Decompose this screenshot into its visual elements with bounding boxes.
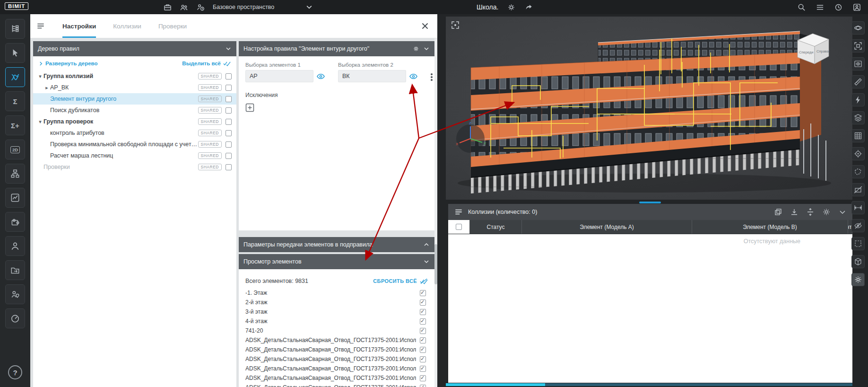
- column-header[interactable]: Элемент (Модель А): [522, 220, 692, 234]
- quick-actions-tool-icon[interactable]: [851, 93, 865, 106]
- panel-scrollbar[interactable]: [434, 38, 437, 387]
- collapse-panel-icon[interactable]: [838, 208, 847, 216]
- element-row[interactable]: ADSK_ДетальСтальнаяСварная_Отвод_ГОСТ173…: [245, 383, 428, 387]
- copy-icon[interactable]: [774, 208, 782, 216]
- tree-expand-icon[interactable]: [37, 73, 43, 79]
- tree-item[interactable]: Группа проверок SHARED: [33, 116, 236, 127]
- element-checkbox[interactable]: [420, 366, 426, 372]
- element-row[interactable]: ADSK_ДетальСтальнаяСварная_Отвод_ГОСТ173…: [245, 354, 428, 364]
- import-icon[interactable]: [790, 208, 799, 216]
- align-center-icon[interactable]: [806, 208, 815, 216]
- tree-item[interactable]: Проверки SHARED: [33, 161, 236, 173]
- element-row[interactable]: 2-й этаж: [245, 298, 428, 307]
- tree-item-checkbox[interactable]: [226, 96, 232, 102]
- tree-item[interactable]: Элемент внтури другого SHARED: [33, 93, 236, 105]
- settings-gear-icon[interactable]: [822, 208, 831, 216]
- fit-view-tool-icon[interactable]: [851, 39, 865, 53]
- hide-tool-icon[interactable]: [851, 219, 865, 232]
- rule-gear-icon[interactable]: [413, 45, 419, 52]
- 2d-view-icon[interactable]: 2D: [5, 140, 25, 159]
- element-row[interactable]: -1. Этаж: [245, 288, 428, 298]
- element-checkbox[interactable]: [420, 290, 426, 296]
- element-row[interactable]: 3-й этаж: [245, 307, 428, 317]
- element-checkbox[interactable]: [420, 309, 426, 315]
- share-icon[interactable]: [524, 3, 533, 12]
- element-checkbox[interactable]: [420, 347, 426, 353]
- eye-icon[interactable]: [409, 72, 418, 80]
- tab[interactable]: Коллизии: [113, 14, 141, 38]
- plugins-tool-icon[interactable]: [5, 212, 25, 232]
- tree-item[interactable]: контроль атрибутов SHARED: [33, 127, 236, 139]
- add-exclusion-button[interactable]: [245, 103, 254, 112]
- selection1-input[interactable]: [245, 70, 313, 82]
- bottom-scrollbar[interactable]: [446, 383, 852, 386]
- kebab-menu-icon[interactable]: [431, 71, 433, 83]
- element-checkbox[interactable]: [420, 337, 426, 343]
- dashboard-tool-icon[interactable]: [5, 308, 25, 328]
- sum-tool-icon[interactable]: Σ: [5, 91, 25, 111]
- collisions-menu-icon[interactable]: [454, 207, 463, 217]
- element-row[interactable]: ADSK_ДетальСтальнаяСварная_Отвод_ГОСТ173…: [245, 345, 428, 354]
- profile-icon[interactable]: [852, 3, 861, 12]
- column-header[interactable]: Статус: [470, 220, 522, 234]
- element-row[interactable]: 741-20: [245, 326, 428, 335]
- tree-item-checkbox[interactable]: [226, 164, 232, 170]
- select-all-link[interactable]: Выделить всё: [182, 61, 231, 66]
- dimension-tool-icon[interactable]: [851, 201, 865, 214]
- model-cube-tool-icon[interactable]: [851, 255, 865, 268]
- grid-tool-icon[interactable]: [851, 129, 865, 142]
- panel-menu-icon[interactable]: [36, 21, 45, 31]
- tree-item-checkbox[interactable]: [226, 153, 232, 159]
- select-tool-icon[interactable]: [5, 43, 25, 63]
- element-row[interactable]: 4-й этаж: [245, 317, 428, 326]
- element-checkbox[interactable]: [420, 299, 426, 306]
- projects-icon[interactable]: [163, 3, 172, 12]
- view-cube[interactable]: Спереди Справа: [793, 29, 833, 67]
- element-row[interactable]: ADSK_ДетальСтальнаяСварная_Отвод_ГОСТ173…: [245, 335, 428, 345]
- tree-item-checkbox[interactable]: [226, 141, 232, 148]
- workspace-selector[interactable]: Базовое пространство: [213, 0, 312, 14]
- tree-expand-icon[interactable]: [37, 119, 43, 125]
- user-location-tool-icon[interactable]: [5, 284, 25, 304]
- tab[interactable]: Проверки: [158, 14, 187, 38]
- visibility-tool-icon[interactable]: [851, 57, 865, 70]
- locate-tool-icon[interactable]: [851, 147, 865, 160]
- viewer-settings-tool-icon[interactable]: [851, 273, 865, 286]
- reset-all-link[interactable]: СБРОСИТЬ ВСЁ: [373, 278, 428, 284]
- rules-tree-icon[interactable]: [5, 19, 25, 39]
- element-row[interactable]: ADSK_ДетальСтальнаяСварная_Отвод_ГОСТ173…: [245, 373, 428, 383]
- element-checkbox[interactable]: [420, 375, 426, 381]
- bottom-scrollbar-thumb[interactable]: [446, 383, 545, 386]
- orbit-tool-icon[interactable]: [851, 21, 865, 35]
- selection2-input[interactable]: [338, 70, 406, 82]
- marquee-tool-icon[interactable]: [851, 237, 865, 250]
- model-viewport[interactable]: X Y Z Спереди Справа: [446, 17, 852, 200]
- measure-tool-icon[interactable]: [851, 75, 865, 88]
- menu-list-icon[interactable]: [816, 3, 825, 12]
- structure-tool-icon[interactable]: [5, 164, 25, 184]
- users-tool-icon[interactable]: [5, 236, 25, 256]
- column-header[interactable]: Элемент (Модель B): [692, 220, 848, 234]
- element-checkbox[interactable]: [420, 328, 426, 334]
- tree-expand-icon[interactable]: [43, 85, 50, 91]
- search-icon[interactable]: [797, 3, 806, 12]
- tree-item[interactable]: Проверка минимальной свободной площади с…: [33, 139, 236, 150]
- tree-item[interactable]: Группа коллизий SHARED: [33, 70, 236, 82]
- history-icon[interactable]: [834, 3, 843, 12]
- tree-item-checkbox[interactable]: [226, 119, 232, 125]
- element-row[interactable]: ADSK_ДетальСтальнаяСварная_Отвод_ГОСТ173…: [245, 364, 428, 373]
- subrule-params-header[interactable]: Параметры передачи элементов в подправил…: [239, 237, 434, 252]
- element-preview-header[interactable]: Просмотр элементов: [239, 254, 434, 269]
- tree-item-checkbox[interactable]: [226, 130, 232, 136]
- tree-item[interactable]: АР_ВК SHARED: [33, 82, 236, 93]
- settings-gear-icon[interactable]: [507, 3, 516, 12]
- tree-item[interactable]: Расчет марша лестниц SHARED: [33, 150, 236, 161]
- element-checkbox[interactable]: [420, 356, 426, 362]
- tab[interactable]: Настройки: [62, 14, 96, 38]
- area-select-tool-icon[interactable]: [851, 165, 865, 178]
- tree-item[interactable]: Поиск дубликатов SHARED: [33, 105, 236, 116]
- analytics-tool-icon[interactable]: [5, 188, 25, 208]
- select-all-checkbox[interactable]: [456, 224, 462, 230]
- rules-tree-header[interactable]: Дерево правил: [33, 41, 236, 56]
- element-checkbox[interactable]: [420, 318, 426, 325]
